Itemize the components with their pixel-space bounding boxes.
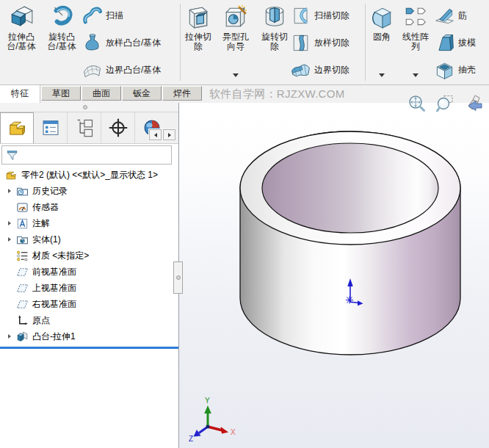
button-label: 放样切除 (314, 37, 349, 49)
draft-button[interactable]: 拔模 (435, 31, 476, 54)
tab-sketch[interactable]: 草图 (41, 86, 81, 101)
tab-sheet-metal[interactable]: 钣金 (122, 86, 162, 101)
annotations-icon (16, 217, 29, 230)
hole-wizard-icon (223, 4, 248, 29)
fillet-button[interactable]: 圆角 (366, 2, 398, 82)
main-area: 零件2 (默认) <<默认>_显示状态 1> 历史记录 传感器 注解 (0, 103, 489, 448)
extruded-cut-button[interactable]: 拉伸切除 (181, 2, 216, 82)
svg-text:Z: Z (189, 435, 193, 443)
tab-weldments[interactable]: 焊件 (162, 86, 202, 101)
boundary-cut-button[interactable]: 边界切除 (291, 58, 349, 82)
configurationmanager-icon (74, 118, 95, 138)
button-label: 拔模 (458, 37, 476, 49)
svg-text:X: X (231, 428, 236, 436)
boundary-boss-button[interactable]: 边界凸台/基体 (82, 58, 161, 82)
chevron-down-icon[interactable] (379, 73, 385, 77)
panel-splitter-handle[interactable] (173, 261, 183, 294)
tree-item-material[interactable]: 材质 <未指定> (0, 248, 178, 264)
tree-item-history[interactable]: 历史记录 (0, 183, 178, 199)
zoom-to-area-icon[interactable] (435, 94, 454, 113)
rollback-bar[interactable] (0, 347, 178, 349)
tab-propertymanager[interactable] (34, 112, 68, 143)
swept-cut-button[interactable]: 扫描切除 (291, 4, 349, 27)
sweep-button[interactable]: 扫描 (82, 4, 123, 27)
plane-icon (16, 266, 29, 278)
tree-item-front-plane[interactable]: 前视基准面 (0, 264, 178, 280)
revolved-boss-button[interactable]: 旋转凸台/基体 (42, 2, 82, 82)
plane-icon (16, 298, 29, 311)
tree-filter-input[interactable] (1, 145, 172, 165)
expand-arrow-icon[interactable] (8, 334, 11, 339)
tree-item-label: 右视基准面 (32, 298, 76, 311)
scroll-left-button[interactable] (149, 129, 162, 140)
hole-wizard-button[interactable]: 异型孔向导 (216, 2, 256, 82)
button-label: 边界凸台/基体 (106, 64, 161, 76)
manager-tab-scroller (148, 129, 176, 141)
zoom-to-fit-icon[interactable] (407, 94, 426, 113)
lofted-cut-button[interactable]: 放样切除 (291, 31, 349, 54)
tab-surfaces[interactable]: 曲面 (82, 86, 121, 101)
linear-pattern-button[interactable]: 线性阵列 (398, 2, 433, 82)
tree-item-origin[interactable]: 原点 (0, 312, 178, 328)
tree-item-label: 历史记录 (32, 185, 68, 198)
splitter-dot-handle[interactable] (83, 105, 87, 109)
chevron-down-icon[interactable] (233, 73, 239, 77)
button-label: 拉伸凸台/基体 (1, 32, 41, 51)
featuremanager-tree-icon (7, 118, 27, 139)
arrow-right-icon (168, 133, 171, 137)
tree-root-item[interactable]: 零件2 (默认) <<默认>_显示状态 1> (0, 167, 178, 183)
rib-button[interactable]: 筋 (435, 4, 467, 27)
tab-configurationmanager[interactable] (68, 112, 101, 143)
sweep-icon (82, 6, 102, 26)
button-label: 边界切除 (314, 64, 349, 76)
plane-icon (16, 282, 29, 295)
tree-item-label: 原点 (32, 314, 50, 327)
tab-featuremanager-tree[interactable] (0, 112, 34, 143)
previous-view-icon[interactable] (464, 94, 483, 113)
button-label: 旋转凸台/基体 (42, 32, 82, 51)
expand-arrow-icon[interactable] (8, 189, 11, 193)
button-label: 线性阵列 (398, 32, 433, 51)
lofted-boss-button[interactable]: 放样凸台/基体 (82, 31, 161, 54)
hollow-cylinder-model[interactable]: Y X Z (179, 103, 489, 448)
chevron-down-icon[interactable] (413, 73, 419, 77)
tree-item-sensors[interactable]: 传感器 (0, 199, 178, 215)
extruded-boss-button[interactable]: 拉伸凸台/基体 (1, 2, 41, 82)
reference-triad: Y X Z (189, 397, 236, 443)
revolved-boss-icon (49, 4, 74, 29)
tree-item-label: 凸台-拉伸1 (32, 330, 76, 343)
draft-icon (435, 33, 454, 53)
linear-pattern-icon (403, 4, 428, 29)
boss-extrude-icon (16, 330, 29, 343)
shell-icon (435, 60, 454, 80)
button-label: 抽壳 (458, 64, 476, 76)
button-label: 扫描 (106, 10, 123, 22)
tree-item-label: 上视基准面 (32, 282, 76, 295)
part-icon (5, 169, 18, 181)
boss-feature-group: 拉伸凸台/基体 旋转凸台/基体 扫描 放样凸台/基体 边界凸台/基体 (0, 0, 180, 84)
tree-item-label: 前视基准面 (32, 266, 76, 278)
expand-arrow-icon[interactable] (8, 237, 11, 242)
graphics-viewport[interactable]: Y X Z (179, 103, 489, 448)
shell-button[interactable]: 抽壳 (435, 58, 476, 82)
svg-text:Y: Y (205, 397, 210, 405)
tab-features[interactable]: 特征 (0, 85, 40, 103)
tree-item-solid-bodies[interactable]: 实体(1) (0, 231, 178, 248)
revolved-cut-button[interactable]: 旋转切除 (257, 2, 292, 82)
tree-item-top-plane[interactable]: 上视基准面 (0, 280, 178, 296)
filter-funnel-icon (6, 149, 18, 162)
tree-item-boss-extrude1[interactable]: 凸台-拉伸1 (0, 328, 178, 344)
button-label: 放样凸台/基体 (106, 37, 161, 49)
tree-item-right-plane[interactable]: 右视基准面 (0, 296, 178, 312)
tab-dimxpertmanager[interactable] (101, 112, 135, 143)
tree-item-label: 材质 <未指定> (32, 250, 89, 262)
panel-top-splitter[interactable] (0, 103, 178, 112)
material-icon (16, 250, 29, 262)
expand-arrow-icon[interactable] (8, 221, 11, 225)
tree-item-annotations[interactable]: 注解 (0, 215, 178, 231)
fillet-icon (369, 4, 394, 29)
scroll-right-button[interactable] (163, 129, 175, 140)
watermark-text: 软件自学网：RJZXW.COM (209, 87, 345, 101)
swept-cut-icon (291, 6, 311, 26)
tree-item-label: 传感器 (32, 201, 59, 214)
